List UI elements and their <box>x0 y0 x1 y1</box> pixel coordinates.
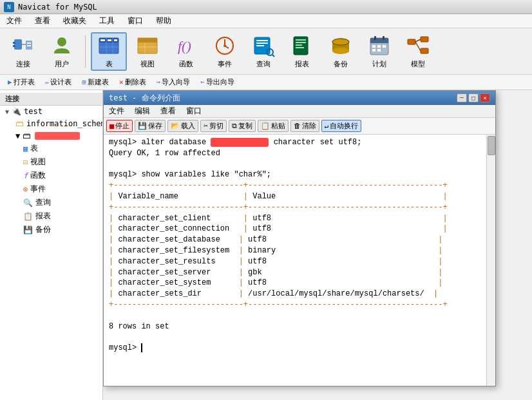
cmd-menu-window[interactable]: 窗口 <box>184 106 204 117</box>
toolbar-report[interactable]: 报表 <box>284 32 320 71</box>
export-icon: ← <box>200 78 205 86</box>
toolbar-connect[interactable]: 连接 <box>5 32 41 71</box>
export-wizard-btn[interactable]: ← 导出向导 <box>196 76 238 88</box>
active-db-icon: 🗃 <box>23 131 31 140</box>
info-schema-icon: 🗃 <box>15 119 24 128</box>
wrap-btn[interactable]: ↵ 自动换行 <box>321 120 362 132</box>
view-tree-label: 视图 <box>30 157 46 167</box>
svg-rect-44 <box>383 36 385 40</box>
toolbar-schedule[interactable]: 计划 <box>361 32 397 71</box>
tree-item-event[interactable]: ⊙ 事件 <box>0 182 102 196</box>
table-row-5: | character_set_results | utf8 | <box>109 256 490 267</box>
toolbar-table[interactable]: 表 <box>91 32 127 71</box>
svg-rect-0 <box>14 39 22 50</box>
report-tree-icon: 📋 <box>23 212 33 221</box>
svg-point-24 <box>223 44 226 47</box>
event-tree-icon: ⊙ <box>23 185 28 194</box>
svg-rect-43 <box>374 36 376 40</box>
cut-btn[interactable]: ✂ 剪切 <box>200 120 227 132</box>
toolbar-query[interactable]: 查询 <box>245 32 281 71</box>
table-row-2: | character_set_connection | utf8 | <box>109 224 490 234</box>
stop-btn[interactable]: ■ 停止 <box>106 120 133 132</box>
cmd-menu-bar: 文件 编辑 查看 窗口 <box>104 105 495 118</box>
table-row-6: | character_set_server | gbk | <box>109 267 490 278</box>
tree-item-report[interactable]: 📋 报表 <box>0 209 102 223</box>
svg-rect-17 <box>138 38 157 43</box>
tree-item-func[interactable]: f 函数 <box>0 169 102 182</box>
paste-btn[interactable]: 📋 粘贴 <box>258 120 289 132</box>
table-label: 表 <box>106 59 113 69</box>
query-icon <box>252 34 275 57</box>
toolbar-model[interactable]: 模型 <box>400 32 436 71</box>
maximize-button[interactable]: □ <box>468 93 479 102</box>
load-icon: 📂 <box>171 122 180 130</box>
tree-item-info-schema[interactable]: 🗃 information_schema <box>0 117 102 129</box>
tree-root-test[interactable]: ▼ 🔌 test <box>0 106 102 117</box>
table-row-4: | character_set_filesystem | binary | <box>109 245 490 256</box>
menu-file[interactable]: 文件 <box>3 15 26 27</box>
cmd-menu-file[interactable]: 文件 <box>106 106 127 117</box>
menu-window[interactable]: 窗口 <box>124 15 147 27</box>
import-icon: → <box>157 78 161 86</box>
svg-rect-48 <box>372 49 375 52</box>
tree-item-query[interactable]: 🔍 查询 <box>0 196 102 209</box>
tree-arrow-test: ▼ <box>5 108 9 115</box>
svg-rect-2 <box>13 45 15 47</box>
design-icon: ✏ <box>45 78 50 86</box>
table-tree-icon: ▦ <box>23 144 28 153</box>
import-wizard-btn[interactable]: → 导入向导 <box>153 76 195 88</box>
svg-rect-49 <box>377 49 381 52</box>
close-button[interactable]: ✕ <box>480 93 490 102</box>
svg-point-7 <box>57 37 66 46</box>
minimize-button[interactable]: ─ <box>457 93 467 102</box>
toolbar-view[interactable]: 视图 <box>129 32 166 71</box>
table-row-8: | character_sets_dir | /usr/local/mysql/… <box>109 289 490 300</box>
open-table-btn[interactable]: ▶ 打开表 <box>4 76 39 88</box>
cmd-content-area[interactable]: mysql> alter database character set utf8… <box>104 135 495 386</box>
svg-rect-26 <box>256 40 268 41</box>
load-btn[interactable]: 📂 载入 <box>167 120 198 132</box>
toolbar-func[interactable]: f() 函数 <box>168 32 204 71</box>
connect-label: 连接 <box>16 59 30 69</box>
toolbar-user[interactable]: 用户 <box>44 32 80 71</box>
table-bottom-border: +----------------------------+----------… <box>109 300 490 310</box>
db-expand-arrow: ▼ <box>15 131 20 140</box>
left-panel: 连接 ▼ 🔌 test 🗃 information_schema ▼ 🗃 ▦ 表… <box>0 90 103 400</box>
new-table-btn[interactable]: ⊞ 新建表 <box>78 76 113 88</box>
design-table-btn[interactable]: ✏ 设计表 <box>41 76 76 88</box>
copy-btn[interactable]: ⧉ 复制 <box>229 120 256 132</box>
tree-item-view[interactable]: ⊟ 视图 <box>0 155 102 169</box>
row-count: 8 rows in set <box>109 321 490 332</box>
svg-rect-47 <box>383 45 386 48</box>
schedule-label: 计划 <box>372 59 386 69</box>
cmd-scrollbar[interactable] <box>486 135 495 386</box>
menu-bar: 文件 查看 收藏夹 工具 窗口 帮助 <box>0 14 532 28</box>
clear-btn[interactable]: 🗑 清除 <box>290 120 319 132</box>
view-label: 视图 <box>140 59 155 69</box>
delete-table-btn[interactable]: ✕ 删除表 <box>115 76 150 88</box>
svg-rect-32 <box>296 39 306 41</box>
tree-item-active-db[interactable]: ▼ 🗃 <box>0 129 102 142</box>
backup-tree-label: 备份 <box>35 224 51 235</box>
menu-tools[interactable]: 工具 <box>95 15 119 27</box>
backup-tree-icon: 💾 <box>23 225 33 234</box>
table-row-1: | character_set_client | utf8 | <box>109 213 490 224</box>
func-icon: f() <box>175 34 198 57</box>
mysql-prompt: mysql> <box>109 343 490 354</box>
command-window: test - 命令列介面 ─ □ ✕ 文件 编辑 查看 窗口 ■ 停止 <box>103 90 496 386</box>
menu-favorites[interactable]: 收藏夹 <box>59 15 90 27</box>
save-btn[interactable]: 💾 保存 <box>135 120 166 132</box>
tree-item-table[interactable]: ▦ 表 <box>0 142 102 155</box>
toolbar-event[interactable]: 事件 <box>207 32 243 71</box>
menu-view[interactable]: 查看 <box>31 15 54 27</box>
sql-line-2: mysql> show variables like "char%"; <box>109 169 490 180</box>
menu-help[interactable]: 帮助 <box>152 15 175 27</box>
table-row-7: | character_set_system | utf8 | <box>109 278 490 289</box>
cmd-menu-edit[interactable]: 编辑 <box>132 106 153 117</box>
backup-label: 备份 <box>334 59 348 69</box>
tree-item-backup[interactable]: 💾 备份 <box>0 223 102 236</box>
svg-line-30 <box>272 55 274 57</box>
cmd-menu-view[interactable]: 查看 <box>158 106 178 117</box>
toolbar-backup[interactable]: 备份 <box>323 32 359 71</box>
separator-1 <box>85 35 86 68</box>
